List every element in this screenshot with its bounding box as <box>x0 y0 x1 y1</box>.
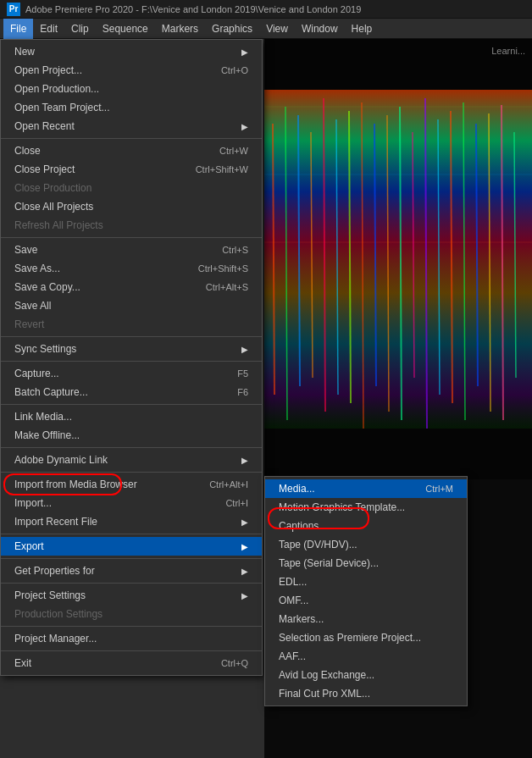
menu-item-close-project-shortcut: Ctrl+Shift+W <box>196 164 248 174</box>
menu-item-link-media-label: Link Media... <box>14 411 72 423</box>
submenu-item-tape-dv-label: Tape (DV/HDV)... <box>279 539 357 551</box>
menu-item-exit[interactable]: Exit Ctrl+Q <box>1 654 262 672</box>
submenu-item-final-cut-pro[interactable]: Final Cut Pro XML... <box>265 684 467 703</box>
menu-item-close-label: Close <box>14 145 41 157</box>
menu-item-project-manager[interactable]: Project Manager... <box>1 629 262 648</box>
menu-item-import-media-browser[interactable]: Import from Media Browser Ctrl+Alt+I <box>1 475 262 494</box>
menu-item-export[interactable]: Export ▶ <box>1 537 262 556</box>
menu-clip[interactable]: Clip <box>64 19 96 39</box>
submenu-item-aaf-label: AAF... <box>279 650 306 662</box>
separator-3 <box>1 336 262 337</box>
menu-item-open-recent-arrow: ▶ <box>241 122 248 131</box>
submenu-item-motion-graphics-label: Motion Graphics Template... <box>279 501 405 513</box>
menu-item-project-manager-label: Project Manager... <box>14 633 97 645</box>
submenu-item-selection-premiere-label: Selection as Premiere Project... <box>279 632 421 644</box>
title-bar-text: Adobe Premiere Pro 2020 - F:\Venice and … <box>25 4 361 14</box>
submenu-item-avid-log[interactable]: Avid Log Exchange... <box>265 666 467 684</box>
menu-item-import-recent-label: Import Recent File <box>14 516 97 528</box>
submenu-item-media-shortcut: Ctrl+M <box>425 484 453 494</box>
separator-8 <box>1 534 262 534</box>
svg-rect-4 <box>264 90 532 429</box>
menu-help[interactable]: Help <box>345 19 380 39</box>
submenu-item-avid-log-label: Avid Log Exchange... <box>279 669 374 681</box>
menu-item-open-project-label: Open Project... <box>14 64 82 76</box>
menu-item-open-team-label: Open Team Project... <box>14 102 110 113</box>
submenu-item-edl-label: EDL... <box>279 576 307 588</box>
separator-2 <box>1 237 262 238</box>
menu-item-get-properties[interactable]: Get Properties for ▶ <box>1 562 262 580</box>
submenu-item-captions-label: Captions... <box>279 520 327 532</box>
submenu-item-tape-serial[interactable]: Tape (Serial Device)... <box>265 554 467 573</box>
waveform-svg <box>264 39 532 479</box>
menu-item-open-team[interactable]: Open Team Project... <box>1 98 262 117</box>
menu-item-new[interactable]: New ▶ <box>1 42 262 61</box>
menu-item-refresh-all: Refresh All Projects <box>1 216 262 235</box>
submenu-item-final-cut-pro-label: Final Cut Pro XML... <box>279 688 370 700</box>
menu-item-import-media-browser-shortcut: Ctrl+Alt+I <box>209 479 248 490</box>
separator-6 <box>1 447 262 448</box>
menu-item-open-recent-label: Open Recent <box>14 120 75 132</box>
menu-item-save-copy-shortcut: Ctrl+Alt+S <box>206 282 248 292</box>
menu-item-import-recent[interactable]: Import Recent File ▶ <box>1 512 262 531</box>
menu-item-save[interactable]: Save Ctrl+S <box>1 241 262 259</box>
menu-item-open-production[interactable]: Open Production... <box>1 80 262 98</box>
separator-10 <box>1 583 262 584</box>
menu-item-open-recent[interactable]: Open Recent ▶ <box>1 117 262 136</box>
menu-item-sync-settings-arrow: ▶ <box>241 345 248 354</box>
menu-item-make-offline[interactable]: Make Offline... <box>1 426 262 445</box>
menu-graphics[interactable]: Graphics <box>205 19 259 39</box>
menu-item-dynamic-link[interactable]: Adobe Dynamic Link ▶ <box>1 451 262 469</box>
menu-item-close-project[interactable]: Close Project Ctrl+Shift+W <box>1 160 262 179</box>
menu-item-open-project[interactable]: Open Project... Ctrl+O <box>1 61 262 80</box>
menu-item-close[interactable]: Close Ctrl+W <box>1 141 262 160</box>
menu-item-new-label: New <box>14 46 35 58</box>
separator-1 <box>1 138 262 139</box>
submenu-item-tape-dv[interactable]: Tape (DV/HDV)... <box>265 535 467 554</box>
menu-item-batch-capture[interactable]: Batch Capture... F6 <box>1 383 262 401</box>
menu-item-sync-settings[interactable]: Sync Settings ▶ <box>1 340 262 358</box>
menu-item-export-arrow: ▶ <box>241 542 248 551</box>
menu-sequence[interactable]: Sequence <box>96 19 155 39</box>
menu-item-exit-label: Exit <box>14 657 31 669</box>
menu-file[interactable]: File <box>3 19 33 39</box>
menu-item-sync-settings-label: Sync Settings <box>14 343 76 355</box>
menu-item-import-media-browser-label: Import from Media Browser <box>14 479 137 490</box>
menu-item-project-settings[interactable]: Project Settings ▶ <box>1 586 262 605</box>
submenu-item-selection-premiere[interactable]: Selection as Premiere Project... <box>265 628 467 647</box>
menu-edit[interactable]: Edit <box>33 19 64 39</box>
menu-item-save-copy-label: Save a Copy... <box>14 281 80 293</box>
menu-item-save-as-shortcut: Ctrl+Shift+S <box>198 263 248 274</box>
submenu-item-markers[interactable]: Markers... <box>265 610 467 628</box>
menu-item-link-media[interactable]: Link Media... <box>1 407 262 426</box>
menu-item-import-recent-arrow: ▶ <box>241 517 248 527</box>
menu-bar: File Edit Clip Sequence Markers Graphics… <box>0 19 532 39</box>
menu-item-import-label: Import... <box>14 497 52 509</box>
menu-item-capture[interactable]: Capture... F5 <box>1 364 262 383</box>
menu-item-save-copy[interactable]: Save a Copy... Ctrl+Alt+S <box>1 278 262 296</box>
menu-item-batch-capture-shortcut: F6 <box>237 387 248 397</box>
menu-item-save-as[interactable]: Save As... Ctrl+Shift+S <box>1 259 262 278</box>
menu-item-save-all[interactable]: Save All <box>1 296 262 315</box>
submenu-item-media-label: Media... <box>279 483 315 495</box>
menu-item-project-settings-label: Project Settings <box>14 589 86 601</box>
menu-markers[interactable]: Markers <box>155 19 205 39</box>
submenu-item-captions[interactable]: Captions... <box>265 517 467 535</box>
menu-item-get-properties-label: Get Properties for <box>14 565 95 577</box>
menu-item-import[interactable]: Import... Ctrl+I <box>1 494 262 512</box>
menu-item-close-shortcut: Ctrl+W <box>219 146 248 156</box>
submenu-item-edl[interactable]: EDL... <box>265 573 467 591</box>
submenu-item-aaf[interactable]: AAF... <box>265 647 467 666</box>
submenu-item-media[interactable]: Media... Ctrl+M <box>265 479 467 498</box>
app-icon: Pr <box>7 3 20 16</box>
menu-item-close-all[interactable]: Close All Projects <box>1 197 262 216</box>
menu-view[interactable]: View <box>259 19 295 39</box>
separator-7 <box>1 472 262 473</box>
menu-item-revert-label: Revert <box>14 318 44 330</box>
menu-item-dynamic-link-arrow: ▶ <box>241 456 248 465</box>
waveform-display: Learni... <box>264 39 532 479</box>
menu-item-save-all-label: Save All <box>14 300 51 312</box>
submenu-item-motion-graphics[interactable]: Motion Graphics Template... <box>265 498 467 517</box>
menu-item-new-arrow: ▶ <box>241 47 248 57</box>
submenu-item-omf[interactable]: OMF... <box>265 591 467 610</box>
menu-window[interactable]: Window <box>295 19 345 39</box>
